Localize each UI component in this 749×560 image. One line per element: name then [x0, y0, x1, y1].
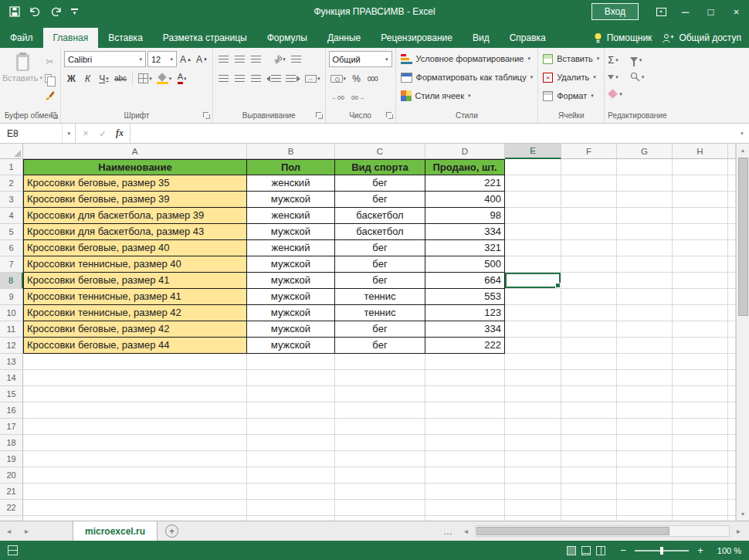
comma-style-button[interactable]: 000 [365, 70, 380, 87]
cell-B13[interactable] [247, 354, 335, 370]
format-as-table-button[interactable]: Форматировать как таблицу [399, 69, 535, 86]
column-header-D[interactable]: D [425, 144, 505, 159]
cell-F18[interactable] [561, 435, 617, 451]
cell-A5[interactable]: Кроссовки для баскетбола, размер 43 [23, 224, 247, 240]
cell-G2[interactable] [617, 175, 673, 192]
new-sheet-button[interactable] [165, 524, 178, 538]
column-header-filler[interactable] [728, 144, 736, 159]
cell-C3[interactable]: бег [335, 192, 425, 208]
column-header-A[interactable]: A [23, 144, 247, 159]
cell-E16[interactable] [505, 402, 561, 419]
row-header-19[interactable]: 19 [0, 451, 23, 467]
cell-B11[interactable]: мужской [247, 321, 335, 338]
increase-indent-button[interactable] [284, 70, 302, 87]
cell-D2[interactable]: 221 [425, 175, 505, 192]
cell-H20[interactable] [673, 467, 728, 484]
cell-H8[interactable] [673, 273, 728, 289]
align-top-button[interactable] [216, 51, 231, 67]
cell-A18[interactable] [23, 435, 247, 451]
cell-G22[interactable] [617, 500, 673, 516]
cell-H17[interactable] [673, 419, 728, 435]
cell-F11[interactable] [561, 321, 617, 338]
zoom-level[interactable]: 100 % [712, 546, 741, 555]
cell-filler10[interactable] [728, 305, 736, 321]
cell-F3[interactable] [561, 192, 617, 208]
cell-G4[interactable] [617, 208, 673, 224]
cell-D17[interactable] [425, 419, 505, 435]
cell-D18[interactable] [425, 435, 505, 451]
vertical-scrollbar[interactable] [736, 144, 749, 521]
cell-H16[interactable] [673, 402, 728, 419]
cell-B7[interactable]: мужской [247, 256, 335, 273]
cell-D21[interactable] [425, 484, 505, 500]
cell-A17[interactable] [23, 419, 247, 435]
cell-H13[interactable] [673, 354, 728, 370]
cell-E22[interactable] [505, 500, 561, 516]
cell-filler3[interactable] [728, 192, 736, 208]
cell-G21[interactable] [617, 484, 673, 500]
cell-filler7[interactable] [728, 256, 736, 273]
cell-H6[interactable] [673, 240, 728, 256]
vertical-scrollbar-thumb[interactable] [738, 158, 748, 316]
cell-G5[interactable] [617, 224, 673, 240]
cell-B12[interactable]: мужской [247, 338, 335, 354]
decrease-decimal-button[interactable] [349, 90, 368, 106]
row-header-12[interactable]: 12 [0, 338, 23, 354]
cell-C12[interactable]: бег [335, 338, 425, 354]
cell-C22[interactable] [335, 500, 425, 516]
cell-F9[interactable] [561, 289, 617, 305]
cell-filler22[interactable] [728, 500, 736, 516]
cell-filler15[interactable] [728, 386, 736, 402]
row-header-16[interactable]: 16 [0, 402, 23, 419]
ribbon-tab-рецензирование[interactable]: Рецензирование [371, 28, 463, 48]
cell-filler6[interactable] [728, 240, 736, 256]
customize-quick-access-icon[interactable] [71, 8, 78, 15]
cell-A22[interactable] [23, 500, 247, 516]
cell-B22[interactable] [247, 500, 335, 516]
decrease-indent-button[interactable] [265, 70, 283, 87]
sign-in-button[interactable]: Вход [591, 3, 639, 20]
cell-F21[interactable] [561, 484, 617, 500]
cell-B5[interactable]: мужской [247, 224, 335, 240]
cell-F16[interactable] [561, 402, 617, 419]
cell-G16[interactable] [617, 402, 673, 419]
cell-E8[interactable] [505, 273, 561, 289]
row-header-13[interactable]: 13 [0, 354, 23, 370]
row-header-4[interactable]: 4 [0, 208, 23, 224]
increase-font-button[interactable]: А▲ [178, 51, 193, 67]
cell-H21[interactable] [673, 484, 728, 500]
row-header-6[interactable]: 6 [0, 240, 23, 256]
row-header-9[interactable]: 9 [0, 289, 23, 305]
cell-B17[interactable] [247, 419, 335, 435]
cell-F12[interactable] [561, 338, 617, 354]
cell-filler19[interactable] [728, 451, 736, 467]
align-right-button[interactable] [249, 70, 263, 87]
name-box-dropdown-arrow[interactable] [62, 124, 75, 143]
cell-C4[interactable]: баскетбол [335, 208, 425, 224]
cell-E2[interactable] [505, 175, 561, 192]
cell-B9[interactable]: мужской [247, 289, 335, 305]
cell-D6[interactable]: 321 [425, 240, 505, 256]
cell-F8[interactable] [561, 273, 617, 289]
row-header-14[interactable]: 14 [0, 370, 23, 386]
row-header-1[interactable]: 1 [0, 159, 23, 175]
cell-filler9[interactable] [728, 289, 736, 305]
cell-H23[interactable] [673, 516, 728, 521]
cell-C16[interactable] [335, 402, 425, 419]
cell-G11[interactable] [617, 321, 673, 338]
cell-A20[interactable] [23, 467, 247, 484]
italic-button[interactable]: К [80, 70, 95, 87]
cell-filler20[interactable] [728, 467, 736, 484]
cell-G8[interactable] [617, 273, 673, 289]
conditional-formatting-button[interactable]: Условное форматирование [399, 50, 532, 67]
cell-B8[interactable]: мужской [247, 273, 335, 289]
redo-button[interactable] [50, 4, 62, 19]
row-header-5[interactable]: 5 [0, 224, 23, 240]
row-header-3[interactable]: 3 [0, 192, 23, 208]
decrease-font-button[interactable]: А▼ [195, 51, 209, 67]
cell-H22[interactable] [673, 500, 728, 516]
cell-D3[interactable]: 400 [425, 192, 505, 208]
cell-E17[interactable] [505, 419, 561, 435]
cell-C23[interactable] [335, 516, 425, 521]
close-button[interactable]: × [724, 0, 749, 23]
